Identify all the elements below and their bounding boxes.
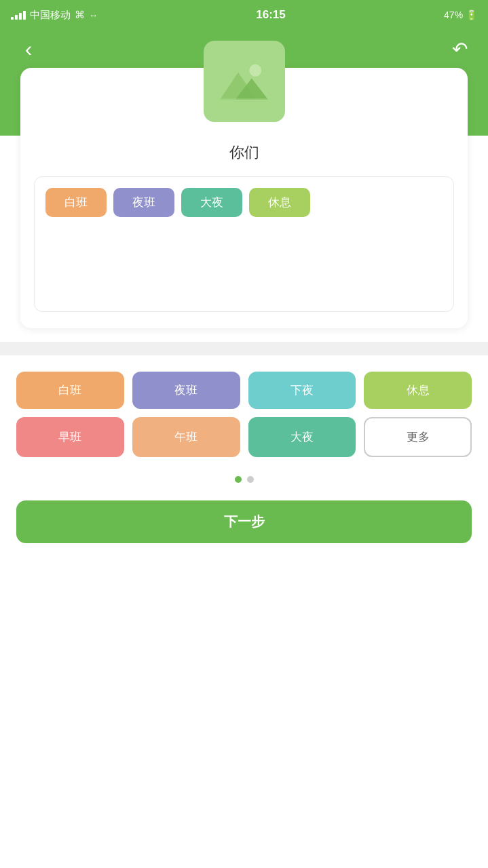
- shift-grid-row1: 白班 夜班 下夜 休息: [16, 372, 472, 409]
- shift-btn-daye[interactable]: 大夜: [248, 417, 356, 457]
- card-title: 你们: [20, 136, 468, 163]
- shift-grid-row2: 早班 午班 大夜 更多: [16, 417, 472, 457]
- shift-btn-xiuxi[interactable]: 休息: [364, 372, 472, 409]
- shift-btn-more[interactable]: 更多: [364, 417, 472, 457]
- status-right: 47% 🔋: [444, 9, 477, 20]
- selected-tag-yeban[interactable]: 夜班: [113, 188, 174, 217]
- shift-btn-xiaye[interactable]: 下夜: [248, 372, 356, 409]
- carrier-name: 中国移动: [30, 9, 71, 22]
- wifi-icon: ⌘: [75, 9, 85, 21]
- dot-1: [235, 476, 242, 483]
- svg-rect-3: [214, 98, 275, 106]
- reset-button[interactable]: ↶: [445, 34, 474, 64]
- status-bar: 中国移动 ⌘ ↔ 16:15 47% 🔋: [0, 0, 488, 30]
- status-left: 中国移动 ⌘ ↔: [11, 9, 98, 22]
- svg-point-0: [249, 64, 261, 77]
- selected-tag-xiuxi[interactable]: 休息: [249, 188, 310, 217]
- dot-2: [247, 476, 254, 483]
- selected-tag-daye[interactable]: 大夜: [181, 188, 242, 217]
- calendar-image[interactable]: [204, 41, 285, 122]
- shift-btn-zaoban[interactable]: 早班: [16, 417, 124, 457]
- next-button[interactable]: 下一步: [16, 500, 472, 543]
- selected-shifts-container[interactable]: 白班 夜班 大夜 休息: [34, 176, 454, 312]
- signal-icon: [11, 11, 26, 20]
- status-time: 16:15: [256, 8, 285, 22]
- selected-tag-baiban[interactable]: 白班: [45, 188, 107, 217]
- battery-percent: 47%: [444, 9, 463, 20]
- main-card: 你们 白班 夜班 大夜 休息: [20, 68, 468, 328]
- back-button[interactable]: ‹: [14, 34, 43, 64]
- shift-picker-section: 白班 夜班 下夜 休息 早班 午班 大夜 更多: [0, 355, 488, 500]
- shift-btn-yeban[interactable]: 夜班: [132, 372, 240, 409]
- shift-btn-baiban[interactable]: 白班: [16, 372, 124, 409]
- data-icon: ↔: [89, 10, 98, 20]
- shift-btn-wuban[interactable]: 午班: [132, 417, 240, 457]
- battery-icon: 🔋: [466, 9, 477, 20]
- page-dots: [16, 465, 472, 494]
